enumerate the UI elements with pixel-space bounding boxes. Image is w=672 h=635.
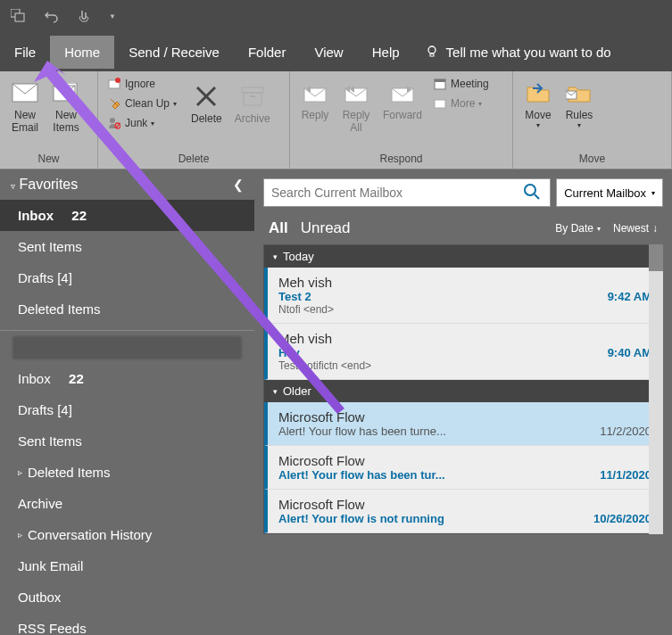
mail-time: 11/2/2020 [600,425,651,438]
rules-button[interactable]: Rules▾ [560,75,599,133]
envelope-stack-icon [52,78,80,107]
tab-home[interactable]: Home [50,36,114,69]
tell-me-label: Tell me what you want to do [446,45,611,60]
fav-drafts[interactable]: Drafts [4] [0,262,254,293]
mail-preview: Test notifictn <end> [278,359,651,372]
meeting-button[interactable]: Meeting [429,75,493,93]
mail-scrollbar[interactable] [649,244,663,534]
acct-junk[interactable]: Junk Email [0,550,254,581]
junk-button[interactable]: Junk▾ [104,114,184,132]
acct-inbox[interactable]: Inbox 22 [0,363,254,394]
acct-drafts[interactable]: Drafts [4] [0,394,254,425]
tab-file[interactable]: File [0,36,50,69]
ignore-button[interactable]: Ignore [104,75,184,93]
more-icon [433,96,447,111]
acct-deleted-label: Deleted Items [28,465,111,480]
acct-outbox[interactable]: Outbox [0,581,254,613]
search-box[interactable] [263,178,551,207]
svg-rect-3 [430,54,434,56]
folder-nav-pane: ▿ Favorites ❮ Inbox 22 Sent Items Drafts… [0,169,254,635]
fav-deleted[interactable]: Deleted Items [0,293,254,325]
group-move-label: Move [519,151,666,167]
forward-icon [388,78,417,107]
acct-inbox-count: 22 [69,371,84,386]
favorites-header[interactable]: ▿ Favorites [11,177,78,193]
cleanup-button[interactable]: Clean Up▾ [104,95,184,112]
mail-time: 9:42 AM [608,290,651,303]
reply-button[interactable]: Reply [295,75,335,125]
group-today[interactable]: ▾Today [264,245,662,268]
account-header-redacted[interactable] [12,336,242,359]
sort-newest-label: Newest [613,222,649,235]
mail-from: Meh vish [278,331,651,346]
mail-item[interactable]: Meh vish Test 29:42 AM Ntofi <end> [264,268,662,324]
menu-bar: File Home Send / Receive Folder View Hel… [0,32,672,71]
mail-from: Microsoft Flow [278,497,651,512]
tell-me-search[interactable]: Tell me what you want to do [414,36,622,69]
mail-item[interactable]: Microsoft Flow Alert! Your flow has been… [264,446,662,490]
acct-archive[interactable]: Archive [0,488,254,519]
more-respond-button[interactable]: More▾ [429,95,493,112]
acct-deleted[interactable]: ▹ Deleted Items [0,457,254,488]
delete-button[interactable]: Delete [186,78,228,128]
mail-subject: Hey [278,346,300,359]
move-button[interactable]: Move▾ [519,75,558,133]
fav-inbox-count: 22 [71,208,87,223]
acct-inbox-label: Inbox [18,371,51,386]
tab-help[interactable]: Help [358,36,414,69]
filter-all[interactable]: All [269,219,288,237]
mail-item[interactable]: Microsoft Flow Alert! Your flow has been… [264,402,662,446]
svg-point-24 [525,185,535,195]
collapse-pane-icon[interactable]: ❮ [233,177,244,192]
touch-mode-icon[interactable] [73,5,95,27]
tab-folder[interactable]: Folder [234,36,301,69]
sort-newest[interactable]: Newest ↓ [613,222,658,235]
group-older[interactable]: ▾Older [264,380,662,402]
mail-from: Meh vish [278,275,651,290]
mail-from: Microsoft Flow [278,409,651,425]
new-items-button[interactable]: New Items [46,75,86,137]
fav-sent[interactable]: Sent Items [0,231,254,262]
search-scope-dropdown[interactable]: Current Mailbox▾ [556,178,663,207]
caret-down-icon: ▿ [11,181,15,191]
quick-access-toolbar: ▼ [0,0,672,32]
group-respond-label: Respond [295,151,507,167]
acct-rss[interactable]: RSS Feeds [0,613,254,635]
meeting-label: Meeting [451,78,489,90]
mail-from: Microsoft Flow [278,453,651,468]
mail-item[interactable]: Microsoft Flow Alert! Your flow is not r… [264,490,662,533]
filter-unread[interactable]: Unread [301,219,351,237]
dropdown-icon[interactable]: ▼ [105,9,120,24]
acct-conv-label: Conversation History [28,527,152,542]
tab-send-receive[interactable]: Send / Receive [114,36,234,69]
ignore-icon [107,77,121,91]
undo-icon[interactable] [41,5,62,27]
acct-conv-history[interactable]: ▹ Conversation History [0,519,254,550]
search-icon[interactable] [523,183,543,202]
forward-label: Forward [383,109,422,121]
sort-by-date[interactable]: By Date ▾ [555,222,601,235]
mail-time: 9:40 AM [608,346,651,359]
caret-down-icon: ▾ [273,252,278,261]
fav-inbox[interactable]: Inbox 22 [0,200,254,231]
search-input[interactable] [271,186,523,200]
svg-rect-1 [15,13,24,21]
reply-all-button[interactable]: Reply All [336,75,376,137]
acct-sent[interactable]: Sent Items [0,425,254,457]
forward-button[interactable]: Forward [377,75,427,125]
new-items-label: New Items [53,109,79,134]
chevron-down-icon: ▾ [577,121,581,129]
mail-time: 10/26/2020 [593,512,651,525]
nav-separator [0,330,254,331]
mail-item[interactable]: Meh vish Hey9:40 AM Test notifictn <end> [264,324,662,380]
archive-button[interactable]: Archive [229,78,276,128]
svg-line-25 [535,194,539,199]
svg-point-8 [115,78,120,83]
group-older-label: Older [283,384,311,398]
fav-inbox-label: Inbox [18,208,54,223]
reply-all-icon [342,78,370,107]
scroll-thumb[interactable] [649,244,663,271]
new-email-button[interactable]: New Email [5,75,45,137]
tab-view[interactable]: View [300,36,357,69]
window-icon[interactable] [7,5,30,27]
